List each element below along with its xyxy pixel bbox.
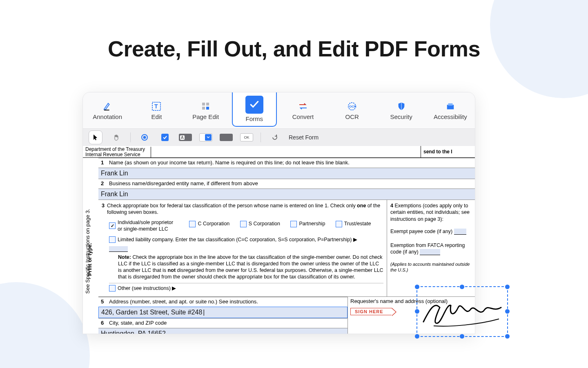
field1-input[interactable]: Frank Lin: [98, 168, 475, 179]
cursor-tool[interactable]: [89, 130, 102, 144]
reset-icon[interactable]: [268, 131, 281, 144]
pdf-form-viewport[interactable]: Department of the Treasury Internal Reve…: [83, 146, 475, 334]
ocr-icon: OCR: [347, 101, 357, 112]
text-field-tool[interactable]: A: [179, 131, 192, 144]
svg-text:T: T: [154, 103, 158, 110]
field2-label: 2Business name/disregarded entity name, …: [98, 179, 475, 188]
svg-rect-4: [202, 107, 205, 110]
form-toolbar: A OK Reset Form: [83, 128, 475, 146]
tab-label: Convert: [292, 113, 314, 120]
tab-page-edit[interactable]: Page Edit: [181, 92, 230, 128]
tab-label: OCR: [345, 113, 359, 120]
field2-input[interactable]: Frank Lin: [98, 188, 475, 200]
reset-form-button[interactable]: Reset Form: [289, 134, 318, 141]
tab-security[interactable]: Security: [376, 92, 425, 128]
checkbox-c-corp[interactable]: C Corporation: [189, 220, 229, 227]
checkbox-other[interactable]: Other (see instructions) ▶: [109, 285, 176, 292]
tab-edit[interactable]: T Edit: [132, 92, 181, 128]
tab-label: Edit: [151, 113, 162, 120]
radio-field-tool[interactable]: [138, 131, 151, 144]
field6-input[interactable]: Huntingdon, PA 16652: [98, 328, 347, 334]
tab-annotation[interactable]: Annotation: [83, 92, 132, 128]
signature-selection[interactable]: [416, 286, 508, 337]
forms-icon: [245, 96, 263, 114]
field6-label: 6City, state, and ZIP code: [98, 318, 347, 328]
form-issuer: Department of the Treasury Internal Reve…: [83, 147, 151, 157]
svg-rect-9: [448, 103, 452, 105]
tab-accessibility[interactable]: Accessibility: [426, 92, 475, 128]
field4-box: 4 Exemptions (codes apply only to certai…: [387, 200, 475, 296]
tab-label: Annotation: [93, 113, 122, 120]
field1-label: 1Name (as shown on your income tax retur…: [98, 158, 475, 168]
checkbox-s-corp[interactable]: S Corporation: [240, 220, 280, 227]
checkbox-field-tool[interactable]: [158, 131, 172, 144]
field5-label: 5Address (number, street, and apt. or su…: [98, 297, 347, 307]
annotation-icon: [103, 101, 112, 112]
sign-here-badge[interactable]: SIGN HERE: [350, 308, 392, 315]
tab-label: Page Edit: [192, 113, 219, 120]
svg-point-11: [143, 136, 146, 139]
sendto-cell: send to the I: [421, 146, 475, 157]
field5-input[interactable]: 426, Garden 1st Street, Suite #248: [98, 307, 347, 318]
divider: [261, 132, 261, 142]
dropdown-field-tool[interactable]: [199, 131, 212, 144]
checkbox-partnership[interactable]: Partnership: [290, 220, 325, 227]
tab-label: Forms: [246, 115, 263, 122]
signature-icon: [417, 287, 507, 336]
button-field-tool[interactable]: OK: [240, 131, 253, 144]
field3-box: 3 Check appropriate box for federal tax …: [98, 200, 387, 296]
hand-tool[interactable]: [110, 131, 123, 144]
fatca-code-input[interactable]: [420, 249, 440, 255]
svg-rect-5: [206, 107, 209, 110]
shield-icon: [397, 101, 406, 112]
checkbox-trust[interactable]: Trust/estate: [336, 220, 371, 227]
tab-label: Accessibility: [434, 113, 467, 120]
accessibility-icon: [446, 101, 455, 112]
page-edit-icon: [201, 101, 210, 112]
checkbox-llc[interactable]: Limited liability company. Enter the tax…: [109, 236, 357, 243]
tab-forms[interactable]: Forms: [232, 92, 277, 127]
exempt-code-input[interactable]: [454, 229, 466, 235]
tab-label: Security: [390, 113, 412, 120]
list-field-tool[interactable]: [220, 131, 233, 144]
llc-classification-input[interactable]: [109, 246, 128, 252]
convert-icon: [298, 101, 308, 112]
edit-text-icon: T: [152, 101, 161, 112]
side-instructions: Print or type. See Specific Instructions…: [83, 171, 98, 334]
tab-convert[interactable]: Convert: [278, 92, 327, 128]
svg-rect-3: [206, 103, 209, 105]
decorative-blob: [0, 282, 90, 368]
page-title: Create, Fill Out, and Edit PDF Forms: [0, 36, 588, 61]
checkbox-individual[interactable]: Individual/sole proprietor or single-mem…: [109, 219, 179, 233]
svg-text:OCR: OCR: [349, 105, 356, 108]
tab-ocr[interactable]: OCR OCR: [327, 92, 376, 128]
ribbon-tabs: Annotation T Edit Page Edit Forms Conver…: [83, 92, 475, 128]
svg-rect-2: [202, 103, 205, 105]
divider: [130, 132, 131, 142]
